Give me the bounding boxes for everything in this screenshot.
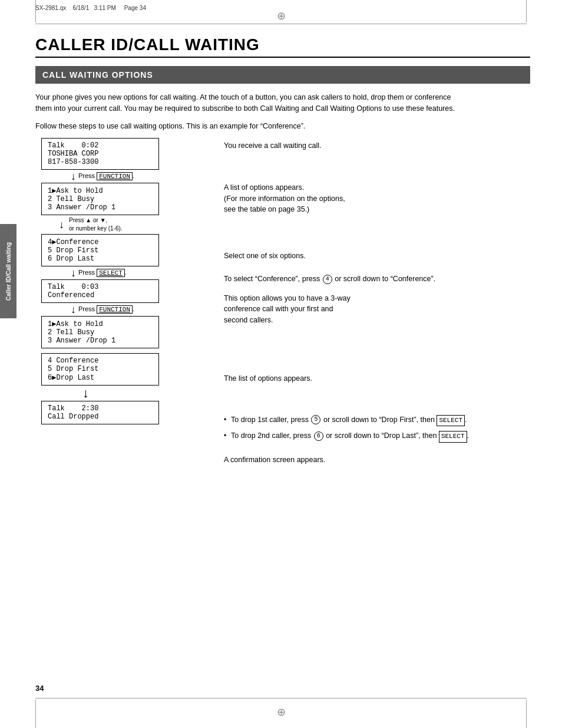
arrow-press-function-1: ↓ Press FUNCTION.: [71, 171, 212, 182]
screen1: Talk 0:02 TOSHIBA CORP 817-858-3300: [41, 138, 159, 170]
arrow-big: ↓: [82, 387, 212, 400]
meta-time: 3:11 PM: [94, 5, 116, 11]
step-desc-5: This option allows you to have a 3-way c…: [224, 293, 530, 326]
screen5-line2: 2 Tell Busy: [48, 328, 153, 337]
arrow-split-1: ↓ Press ▲ or ▼, or number key (1-6).: [59, 216, 212, 233]
screen6-line2: 5 Drop First: [48, 365, 153, 373]
arrow-branch: Press ▲ or ▼, or number key (1-6).: [69, 216, 123, 233]
bullet-list: To drop 1st caller, press 5 or scroll do…: [224, 414, 530, 443]
step-desc-4: To select “Conference”, press 4 or scrol…: [224, 274, 530, 285]
screen5: 1▶Ask to Hold 2 Tell Busy 3 Answer /Drop…: [41, 316, 159, 348]
steps-area: Talk 0:02 TOSHIBA CORP 817-858-3300 ↓ Pr…: [35, 138, 530, 475]
crosshair-bottom: ⊕: [277, 706, 286, 719]
step-desc-8: A confirmation screen appears.: [224, 454, 530, 466]
screen6-wrapper: 4 Conference 5 Drop First 6▶Drop Last: [41, 353, 212, 386]
screen3-line3: 6 Drop Last: [48, 255, 153, 263]
screen7-line2: Call Dropped: [48, 413, 153, 421]
key-5-circle: 5: [311, 415, 320, 424]
meta-file: SX-2981.qx: [35, 5, 66, 11]
screen3-wrapper: 4▶Conference 5 Drop First 6 Drop Last: [41, 234, 212, 266]
step-desc-7: To drop 1st caller, press 5 or scroll do…: [224, 414, 530, 443]
meta-date: 6/18/1: [72, 5, 89, 11]
screen1-line2: TOSHIBA CORP: [48, 150, 153, 158]
screen3-line1: 4▶Conference: [48, 238, 153, 246]
screen5-line3: 3 Answer /Drop 1: [48, 337, 153, 345]
step-desc-6: The list of options appears.: [224, 373, 530, 384]
screen2-line2: 2 Tell Busy: [48, 195, 153, 203]
screen4-wrapper: Talk 0:03 Conferenced: [41, 279, 212, 303]
page-meta: SX-2981.qx 6/18/1 3:11 PM Page 34: [35, 5, 146, 11]
screen2-line3: 3 Answer /Drop 1: [48, 203, 153, 212]
arrow-press-function-2: ↓ Press FUNCTION.: [71, 304, 212, 315]
screen5-wrapper: 1▶Ask to Hold 2 Tell Busy 3 Answer /Drop…: [41, 316, 212, 348]
screen7-wrapper: Talk 2:30 Call Dropped: [41, 401, 212, 424]
arrow-down-icon-1: ↓: [71, 171, 76, 182]
title-underline: [35, 57, 530, 58]
crosshair-top: ⊕: [277, 9, 286, 22]
gap: [35, 348, 212, 353]
screen7: Talk 2:30 Call Dropped: [41, 401, 159, 424]
screen1-line3: 817-858-3300: [48, 158, 153, 166]
screen3-line2: 5 Drop First: [48, 246, 153, 255]
main-content: CALLER ID/CALL WAITING CALL WAITING OPTI…: [35, 35, 530, 475]
screen4: Talk 0:03 Conferenced: [41, 279, 159, 303]
screen1-line1: Talk 0:02: [48, 141, 153, 150]
section-header: CALL WAITING OPTIONS: [35, 66, 530, 84]
step-desc-2: A list of options appears. (For more inf…: [224, 182, 530, 215]
step-desc-1: You receive a call waiting call.: [224, 140, 530, 151]
bullet-item-1: To drop 1st caller, press 5 or scroll do…: [224, 414, 530, 427]
step-desc-3: Select one of six options.: [224, 251, 530, 262]
screen2-line1: 1▶Ask to Hold: [48, 186, 153, 195]
key-6-circle: 6: [314, 431, 323, 441]
meta-page: Page 34: [124, 5, 146, 11]
screen7-line1: Talk 2:30: [48, 404, 153, 413]
bullet-item-2: To drop 2nd caller, press 6 or scroll do…: [224, 430, 530, 443]
screen4-line2: Conferenced: [48, 291, 153, 299]
arrow-split-icon: ↓: [59, 219, 64, 231]
steps-left: Talk 0:02 TOSHIBA CORP 817-858-3300 ↓ Pr…: [35, 138, 212, 475]
screen2: 1▶Ask to Hold 2 Tell Busy 3 Answer /Drop…: [41, 183, 159, 215]
steps-right: You receive a call waiting call. A list …: [212, 138, 530, 475]
screen2-wrapper: 1▶Ask to Hold 2 Tell Busy 3 Answer /Drop…: [41, 183, 212, 215]
screen6-line3: 6▶Drop Last: [48, 373, 153, 382]
screen6-line1: 4 Conference: [48, 357, 153, 365]
arrow-press-select-1: ↓ Press SELECT.: [71, 268, 212, 278]
arrow-down-icon-3: ↓: [71, 304, 76, 315]
screen4-line1: Talk 0:03: [48, 283, 153, 291]
page-title: CALLER ID/CALL WAITING: [35, 35, 530, 54]
key-4-circle: 4: [323, 275, 332, 284]
body-text-2: Follow these steps to use call waiting o…: [35, 121, 459, 132]
screen5-line1: 1▶Ask to Hold: [48, 319, 153, 328]
screen1-wrapper: Talk 0:02 TOSHIBA CORP 817-858-3300: [41, 138, 212, 170]
vertical-tab: Caller ID/Call waiting: [0, 224, 16, 318]
big-arrow-icon: ↓: [82, 387, 89, 400]
body-text-1: Your phone gives you new options for cal…: [35, 92, 459, 115]
page-number: 34: [35, 684, 44, 693]
screen6: 4 Conference 5 Drop First 6▶Drop Last: [41, 353, 159, 386]
screen3: 4▶Conference 5 Drop First 6 Drop Last: [41, 234, 159, 266]
arrow-down-icon-2: ↓: [71, 268, 76, 278]
